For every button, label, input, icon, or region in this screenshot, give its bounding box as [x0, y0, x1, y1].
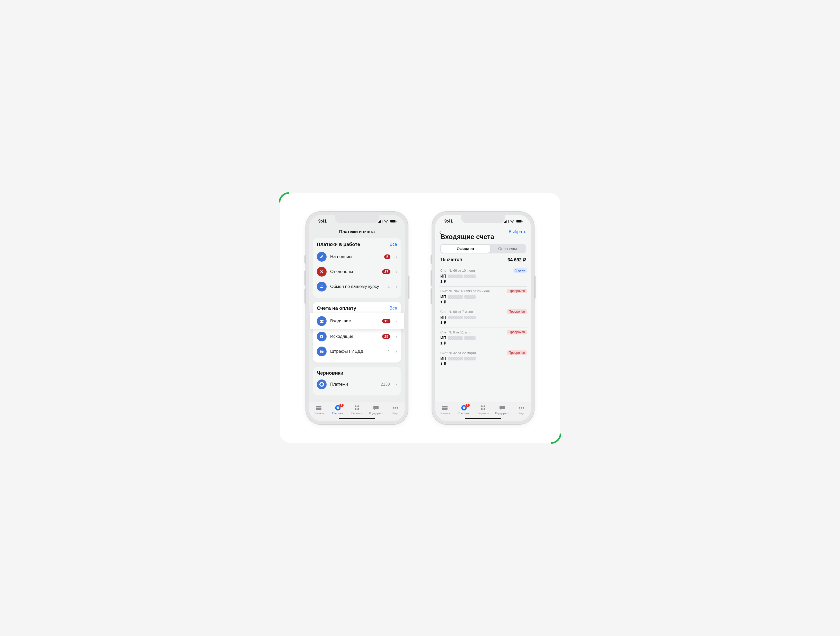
tab-more[interactable]: Еще	[512, 404, 531, 415]
invoice-item[interactable]: Счет № 8 от 11 апр. Просрочен ИП 1 ₽	[439, 328, 527, 348]
screen-payments: 9:41 Платежи и счета Платежи в работе Вс…	[309, 215, 405, 421]
row-label: Штрафы ГИБДД	[330, 349, 384, 354]
cross-icon	[317, 267, 327, 276]
svg-rect-38	[523, 407, 524, 409]
row-label: Отклонены	[330, 269, 379, 274]
invoice-meta: Счет № 66 от 10 июля	[441, 268, 526, 273]
car-icon	[317, 347, 327, 356]
invoice-payer: ИП	[441, 274, 526, 279]
status-icons	[378, 220, 396, 223]
phone-left: 9:41 Платежи и счета Платежи в работе Вс…	[305, 211, 409, 425]
invoice-amount: 1 ₽	[441, 279, 526, 284]
showcase-canvas: 9:41 Платежи и счета Платежи в работе Вс…	[280, 193, 560, 443]
row-incoming[interactable]: Входящие 13 ›	[310, 313, 404, 329]
row-fines[interactable]: Штрафы ГИБДД 4 ›	[317, 344, 397, 359]
row-to-sign[interactable]: На подпись 5 ›	[317, 249, 397, 264]
tab-label: Платежи	[332, 412, 343, 415]
status-badge: 1 день	[513, 268, 527, 273]
battery-icon	[516, 220, 523, 223]
home-indicator[interactable]	[465, 418, 501, 419]
svg-rect-1	[379, 221, 380, 223]
redacted-text	[448, 295, 463, 299]
count-text: 4	[388, 349, 390, 354]
tab-more[interactable]: Еще	[386, 404, 405, 415]
row-declined[interactable]: Отклонены 37 ›	[317, 264, 397, 279]
seg-pending[interactable]: Ожидают	[441, 245, 490, 253]
wifi-icon	[510, 220, 515, 223]
row-label: Обмен по вашему курсу	[330, 284, 384, 289]
svg-rect-21	[505, 221, 506, 223]
back-button[interactable]: ‹	[439, 229, 441, 236]
svg-rect-32	[481, 408, 483, 410]
row-label: Исходящие	[330, 334, 379, 339]
link-all-bills[interactable]: Все	[390, 306, 397, 311]
content-area[interactable]: Входящие счета Ожидают Оплачены 15 счето…	[435, 233, 531, 402]
invoice-item[interactable]: Счет № 7041486993 от 26 июня Просрочен И…	[439, 286, 527, 307]
dots-icon	[392, 404, 399, 411]
tab-label: Сервисы	[351, 412, 363, 415]
svg-rect-35	[501, 408, 503, 408]
status-badge: Просрочен	[507, 350, 527, 355]
tab-services[interactable]: Сервисы	[347, 404, 366, 415]
redacted-text	[448, 357, 463, 360]
grid-icon	[480, 404, 486, 411]
svg-rect-15	[374, 407, 377, 407]
count-badge: 5	[384, 254, 390, 259]
tab-label: Еще	[519, 412, 524, 415]
chat-icon	[373, 404, 379, 411]
tab-support[interactable]: Поддержка	[493, 404, 512, 415]
seg-paid[interactable]: Оплачены	[490, 245, 525, 253]
svg-rect-0	[378, 222, 379, 223]
tab-label: Главная	[440, 412, 450, 415]
row-outgoing[interactable]: Исходящие 25 ›	[317, 329, 397, 344]
invoice-item[interactable]: Счет № 98 от 7 июня Просрочен ИП 1 ₽	[439, 307, 527, 328]
tab-payments[interactable]: 4 Платежи	[328, 404, 347, 415]
svg-rect-17	[393, 407, 394, 409]
card-title: Платежи в работе	[317, 241, 360, 247]
invoice-item[interactable]: Счет № 42 от 22 марта Просрочен ИП 1 ₽	[439, 348, 527, 369]
tab-home[interactable]: Главная	[309, 404, 328, 415]
svg-rect-20	[504, 222, 505, 223]
tab-bar: Главная 4 Платежи Сервисы Поддержка	[435, 402, 531, 421]
grid-icon	[354, 404, 360, 411]
redacted-text	[448, 275, 463, 278]
chevron-right-icon: ›	[396, 284, 397, 289]
chevron-right-icon: ›	[396, 319, 397, 324]
count-text: 1	[388, 284, 390, 289]
tab-badge: 4	[339, 403, 344, 407]
tab-label: Еще	[392, 412, 398, 415]
circle-icon	[317, 379, 327, 389]
invoice-item[interactable]: Счет № 66 от 10 июля 1 день ИП 1 ₽	[439, 266, 527, 286]
home-indicator[interactable]	[339, 418, 375, 419]
card-bills: Счета на оплату Все Входящие 13 ›	[313, 302, 401, 363]
card-title: Счета на оплату	[317, 305, 356, 311]
tab-label: Платежи	[458, 412, 469, 415]
svg-rect-27	[442, 406, 448, 410]
svg-rect-36	[519, 407, 520, 409]
tab-support[interactable]: Поддержка	[366, 404, 385, 415]
status-time: 9:41	[318, 219, 327, 224]
content-area[interactable]: Платежи в работе Все На подпись 5 ›	[309, 238, 405, 402]
svg-rect-3	[382, 220, 382, 223]
row-exchange[interactable]: Обмен по вашему курсу 1 ›	[317, 279, 397, 294]
link-all-work[interactable]: Все	[390, 242, 397, 247]
card-drafts: Черновики Платежи 2138 ›	[313, 367, 401, 395]
svg-rect-16	[374, 408, 376, 408]
status-badge: Просрочен	[507, 309, 527, 314]
svg-rect-5	[390, 220, 396, 223]
tab-payments[interactable]: 4 Платежи	[454, 404, 473, 415]
tab-home[interactable]: Главная	[435, 404, 454, 415]
svg-rect-28	[442, 407, 448, 407]
select-button[interactable]: Выбрать	[509, 229, 526, 234]
svg-rect-13	[355, 408, 357, 410]
svg-rect-19	[396, 407, 398, 409]
summary-count: 15 счетов	[441, 257, 462, 263]
invoice-amount: 1 ₽	[441, 341, 526, 346]
count-badge: 25	[382, 334, 390, 339]
cellular-icon	[378, 220, 382, 223]
svg-rect-2	[381, 220, 381, 223]
tab-services[interactable]: Сервисы	[474, 404, 493, 415]
chevron-right-icon: ›	[396, 382, 397, 387]
row-draft-payments[interactable]: Платежи 2138 ›	[317, 377, 397, 392]
summary-row: 15 счетов 64 692 ₽	[439, 257, 527, 266]
